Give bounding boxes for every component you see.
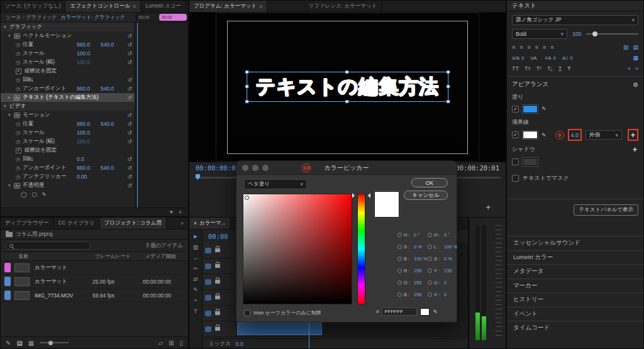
twirl-icon[interactable]: ▾	[8, 113, 14, 118]
effect-property-row[interactable]: ✓ 縦横比を固定	[1, 146, 135, 155]
effect-controls-ruler[interactable]: 00;00 00:00	[136, 13, 188, 22]
tab-reference-monitor[interactable]: リファレンス: カラーマット	[304, 1, 382, 12]
track-lock-icon[interactable]	[215, 264, 220, 268]
shadow-checkbox[interactable]	[512, 158, 519, 165]
collapsed-panel-tab[interactable]: Lumetri カラー	[507, 250, 643, 265]
more-tabs-icon[interactable]: »	[176, 218, 188, 229]
shadow-color-swatch[interactable]	[523, 158, 538, 166]
field-value[interactable]: 0 %	[414, 244, 422, 250]
icon[interactable]: T₁	[547, 65, 553, 72]
stopwatch-icon[interactable]: ◷	[16, 51, 23, 57]
tab-effect-controls[interactable]: エフェクトコントロール≡	[65, 1, 141, 12]
column-media-start[interactable]: メディア開始	[145, 253, 188, 260]
checkbox[interactable]: ✓	[16, 148, 21, 153]
effect-property-row[interactable]: ▾ ビデオ	[1, 102, 135, 111]
effect-controls-mini-timeline[interactable]	[135, 23, 188, 208]
icon[interactable]: ≡	[543, 44, 546, 50]
property-value[interactable]: 960.0	[77, 165, 101, 171]
spacing-control[interactable]: A↕ 0	[562, 55, 573, 61]
track-target-toggle[interactable]	[205, 311, 211, 316]
checkbox[interactable]: ✓	[16, 69, 21, 74]
delete-icon[interactable]: ▯	[179, 340, 183, 346]
icon[interactable]: Tт	[525, 65, 531, 72]
selection-handle[interactable]	[245, 85, 248, 88]
effect-property-row[interactable]: ◷ スケール 100.0 ↺	[1, 49, 135, 58]
mask-with-text-checkbox[interactable]	[512, 175, 519, 182]
icon[interactable]: ▥	[623, 44, 629, 50]
twirl-icon[interactable]: ▾	[4, 25, 9, 30]
program-canvas[interactable]: テキストの編集方法	[189, 13, 506, 162]
add-stroke-button[interactable]: +	[631, 131, 635, 140]
radio-button[interactable]	[397, 245, 402, 249]
property-value[interactable]: 0.00	[77, 174, 101, 180]
selection-handle[interactable]	[447, 100, 450, 103]
track-lock-icon[interactable]	[215, 327, 220, 331]
stopwatch-icon[interactable]: ◷	[16, 121, 23, 127]
twirl-icon[interactable]: ▾	[4, 104, 9, 109]
project-path-row[interactable]: コラム用.prproj	[1, 230, 188, 240]
track-target-toggle[interactable]	[205, 263, 211, 269]
icon[interactable]: +	[194, 297, 197, 304]
stopwatch-icon[interactable]: ◷	[16, 139, 23, 145]
tab-source-clip[interactable]: ソース: (クリップなし)	[1, 1, 65, 12]
twirl-icon[interactable]: ▾	[8, 33, 14, 38]
effect-property-row[interactable]: ◷ 位置 960.0 540.0 ↺	[1, 40, 135, 49]
item-name[interactable]: カラーマット	[35, 278, 92, 285]
collapsed-panel-tab[interactable]: マーカー	[507, 279, 643, 293]
selection-handle[interactable]	[245, 70, 248, 74]
reset-icon[interactable]: ↺	[127, 77, 132, 83]
websafe-checkbox[interactable]	[244, 310, 250, 316]
fill-type-select[interactable]: ベタ塗り ▾	[244, 179, 307, 189]
column-headers[interactable]: 名前 フレームレート メディア開始	[1, 252, 188, 261]
property-value[interactable]: 0.0	[77, 156, 101, 162]
radio-button[interactable]	[428, 280, 432, 285]
property-value[interactable]: 960.0	[77, 86, 101, 92]
icon-view-icon[interactable]: ▦	[28, 340, 34, 346]
font-style-select[interactable]: Bold ▾	[512, 29, 567, 39]
icon[interactable]: ⇄	[193, 276, 198, 282]
label-color-chip[interactable]	[4, 291, 11, 300]
stopwatch-icon[interactable]: ◷	[16, 165, 23, 171]
rect-mask-icon[interactable]: ▢	[32, 191, 37, 197]
icon[interactable]: ≡	[528, 44, 531, 50]
panel-menu-icon[interactable]: ≡	[133, 3, 136, 9]
radio-button[interactable]	[428, 233, 432, 237]
field-value[interactable]: 255	[414, 292, 422, 297]
reset-icon[interactable]: ↺	[127, 156, 132, 162]
stopwatch-icon[interactable]: ◷	[16, 77, 23, 83]
icon[interactable]: ►	[193, 233, 199, 240]
filter-properties-icon[interactable]: ▼	[169, 209, 174, 215]
reset-icon[interactable]: ↺	[127, 94, 132, 101]
radio-button[interactable]	[428, 257, 432, 261]
search-input[interactable]	[6, 241, 91, 250]
zoom-window-button[interactable]	[262, 165, 269, 171]
eyedropper-icon[interactable]: ✎	[541, 132, 547, 138]
reset-icon[interactable]: ↺	[127, 165, 132, 171]
hex-input[interactable]: FFFFFF	[382, 307, 417, 316]
icon[interactable]: «	[628, 65, 631, 72]
effect-property-row[interactable]: ◷ 位置 960.0 540.0 ↺	[1, 119, 135, 128]
stroke-width-value[interactable]: 4.0	[571, 132, 579, 138]
collapsed-panel-tab[interactable]: タイムコード	[507, 321, 643, 335]
property-value[interactable]: 100.0	[77, 59, 101, 65]
close-icon[interactable]: ×	[194, 220, 197, 226]
clip-name-label[interactable]: カラーマット: グラフィック	[61, 14, 126, 21]
zoom-slider[interactable]	[40, 342, 69, 343]
font-size-slider[interactable]	[586, 33, 638, 35]
radio-button[interactable]	[397, 292, 402, 297]
icon[interactable]: T	[194, 308, 197, 314]
track-lock-icon[interactable]	[215, 311, 220, 315]
fill-checkbox[interactable]: ✓	[512, 106, 519, 113]
property-value[interactable]: 100.0	[77, 50, 101, 57]
reset-icon[interactable]: ↺	[127, 33, 132, 39]
playhead-marker[interactable]	[196, 174, 200, 180]
title-text[interactable]: テキストの編集方法	[256, 75, 440, 97]
eyedropper-icon[interactable]: ✎	[541, 106, 547, 112]
stopwatch-icon[interactable]: ◷	[16, 174, 23, 180]
mix-track-row[interactable]: ミックス 0.0	[203, 338, 468, 348]
new-bin-icon[interactable]: ▱	[158, 340, 163, 346]
icon[interactable]: ↔	[193, 255, 199, 261]
item-name[interactable]: IMG_7734.MOV	[35, 292, 92, 299]
property-value[interactable]: 960.0	[77, 42, 101, 48]
effect-property-row[interactable]: ▾ fx モーション ↺	[1, 111, 135, 119]
